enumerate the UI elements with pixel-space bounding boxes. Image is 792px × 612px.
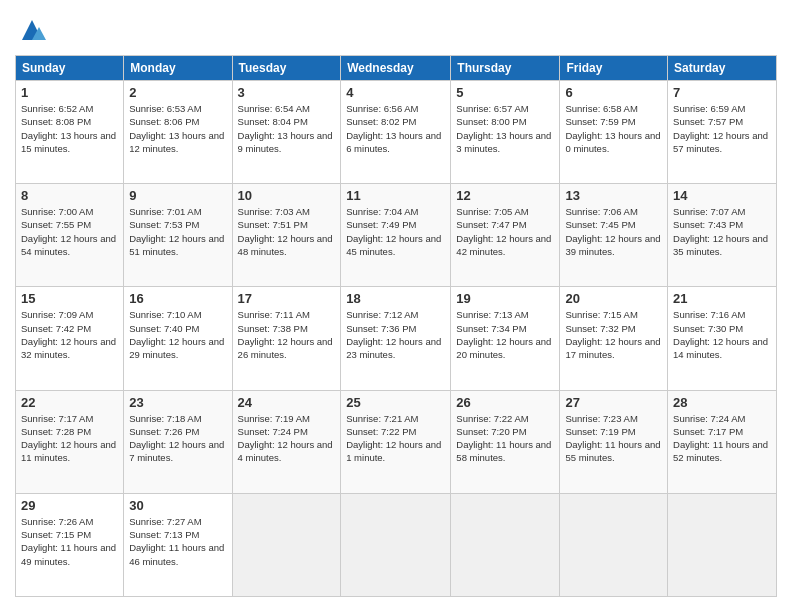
day-number: 7	[673, 85, 771, 100]
calendar-cell: 3 Sunrise: 6:54 AMSunset: 8:04 PMDayligh…	[232, 81, 341, 184]
day-info: Sunrise: 7:27 AMSunset: 7:13 PMDaylight:…	[129, 515, 226, 568]
calendar-cell: 17 Sunrise: 7:11 AMSunset: 7:38 PMDaylig…	[232, 287, 341, 390]
calendar-cell: 27 Sunrise: 7:23 AMSunset: 7:19 PMDaylig…	[560, 390, 668, 493]
day-info: Sunrise: 7:17 AMSunset: 7:28 PMDaylight:…	[21, 412, 118, 465]
calendar-week-row: 8 Sunrise: 7:00 AMSunset: 7:55 PMDayligh…	[16, 184, 777, 287]
day-info: Sunrise: 7:21 AMSunset: 7:22 PMDaylight:…	[346, 412, 445, 465]
logo-icon	[17, 15, 47, 45]
day-number: 18	[346, 291, 445, 306]
day-number: 13	[565, 188, 662, 203]
day-number: 19	[456, 291, 554, 306]
calendar-cell: 28 Sunrise: 7:24 AMSunset: 7:17 PMDaylig…	[668, 390, 777, 493]
calendar-cell: 20 Sunrise: 7:15 AMSunset: 7:32 PMDaylig…	[560, 287, 668, 390]
calendar-cell: 30 Sunrise: 7:27 AMSunset: 7:13 PMDaylig…	[124, 493, 232, 596]
calendar-cell: 21 Sunrise: 7:16 AMSunset: 7:30 PMDaylig…	[668, 287, 777, 390]
day-info: Sunrise: 7:06 AMSunset: 7:45 PMDaylight:…	[565, 205, 662, 258]
calendar-cell: 5 Sunrise: 6:57 AMSunset: 8:00 PMDayligh…	[451, 81, 560, 184]
calendar-cell: 16 Sunrise: 7:10 AMSunset: 7:40 PMDaylig…	[124, 287, 232, 390]
day-number: 17	[238, 291, 336, 306]
day-number: 4	[346, 85, 445, 100]
day-info: Sunrise: 7:10 AMSunset: 7:40 PMDaylight:…	[129, 308, 226, 361]
day-number: 15	[21, 291, 118, 306]
calendar-cell: 25 Sunrise: 7:21 AMSunset: 7:22 PMDaylig…	[341, 390, 451, 493]
day-info: Sunrise: 7:13 AMSunset: 7:34 PMDaylight:…	[456, 308, 554, 361]
day-info: Sunrise: 7:26 AMSunset: 7:15 PMDaylight:…	[21, 515, 118, 568]
day-number: 14	[673, 188, 771, 203]
calendar-cell: 22 Sunrise: 7:17 AMSunset: 7:28 PMDaylig…	[16, 390, 124, 493]
day-number: 16	[129, 291, 226, 306]
calendar-cell: 7 Sunrise: 6:59 AMSunset: 7:57 PMDayligh…	[668, 81, 777, 184]
calendar-cell: 8 Sunrise: 7:00 AMSunset: 7:55 PMDayligh…	[16, 184, 124, 287]
day-info: Sunrise: 7:12 AMSunset: 7:36 PMDaylight:…	[346, 308, 445, 361]
calendar-cell: 13 Sunrise: 7:06 AMSunset: 7:45 PMDaylig…	[560, 184, 668, 287]
calendar-cell: 10 Sunrise: 7:03 AMSunset: 7:51 PMDaylig…	[232, 184, 341, 287]
day-info: Sunrise: 7:09 AMSunset: 7:42 PMDaylight:…	[21, 308, 118, 361]
day-info: Sunrise: 6:58 AMSunset: 7:59 PMDaylight:…	[565, 102, 662, 155]
logo	[15, 15, 47, 45]
calendar-cell	[232, 493, 341, 596]
day-number: 20	[565, 291, 662, 306]
day-number: 3	[238, 85, 336, 100]
day-number: 11	[346, 188, 445, 203]
day-number: 29	[21, 498, 118, 513]
calendar-cell: 12 Sunrise: 7:05 AMSunset: 7:47 PMDaylig…	[451, 184, 560, 287]
day-header: Sunday	[16, 56, 124, 81]
day-number: 28	[673, 395, 771, 410]
day-info: Sunrise: 7:22 AMSunset: 7:20 PMDaylight:…	[456, 412, 554, 465]
day-number: 10	[238, 188, 336, 203]
day-info: Sunrise: 7:15 AMSunset: 7:32 PMDaylight:…	[565, 308, 662, 361]
calendar-header-row: SundayMondayTuesdayWednesdayThursdayFrid…	[16, 56, 777, 81]
calendar-cell: 14 Sunrise: 7:07 AMSunset: 7:43 PMDaylig…	[668, 184, 777, 287]
day-number: 8	[21, 188, 118, 203]
day-header: Wednesday	[341, 56, 451, 81]
calendar-cell: 6 Sunrise: 6:58 AMSunset: 7:59 PMDayligh…	[560, 81, 668, 184]
calendar-cell: 15 Sunrise: 7:09 AMSunset: 7:42 PMDaylig…	[16, 287, 124, 390]
day-info: Sunrise: 7:01 AMSunset: 7:53 PMDaylight:…	[129, 205, 226, 258]
calendar-cell	[451, 493, 560, 596]
calendar-cell	[668, 493, 777, 596]
day-info: Sunrise: 7:24 AMSunset: 7:17 PMDaylight:…	[673, 412, 771, 465]
day-number: 9	[129, 188, 226, 203]
page: SundayMondayTuesdayWednesdayThursdayFrid…	[0, 0, 792, 612]
day-number: 30	[129, 498, 226, 513]
day-header: Monday	[124, 56, 232, 81]
day-info: Sunrise: 7:19 AMSunset: 7:24 PMDaylight:…	[238, 412, 336, 465]
calendar: SundayMondayTuesdayWednesdayThursdayFrid…	[15, 55, 777, 597]
day-info: Sunrise: 6:56 AMSunset: 8:02 PMDaylight:…	[346, 102, 445, 155]
calendar-cell: 9 Sunrise: 7:01 AMSunset: 7:53 PMDayligh…	[124, 184, 232, 287]
day-number: 27	[565, 395, 662, 410]
calendar-cell	[560, 493, 668, 596]
calendar-cell: 18 Sunrise: 7:12 AMSunset: 7:36 PMDaylig…	[341, 287, 451, 390]
calendar-cell: 19 Sunrise: 7:13 AMSunset: 7:34 PMDaylig…	[451, 287, 560, 390]
calendar-week-row: 22 Sunrise: 7:17 AMSunset: 7:28 PMDaylig…	[16, 390, 777, 493]
day-info: Sunrise: 6:52 AMSunset: 8:08 PMDaylight:…	[21, 102, 118, 155]
day-header: Friday	[560, 56, 668, 81]
day-number: 25	[346, 395, 445, 410]
calendar-cell: 24 Sunrise: 7:19 AMSunset: 7:24 PMDaylig…	[232, 390, 341, 493]
day-number: 22	[21, 395, 118, 410]
day-header: Thursday	[451, 56, 560, 81]
calendar-cell: 4 Sunrise: 6:56 AMSunset: 8:02 PMDayligh…	[341, 81, 451, 184]
day-header: Saturday	[668, 56, 777, 81]
calendar-week-row: 29 Sunrise: 7:26 AMSunset: 7:15 PMDaylig…	[16, 493, 777, 596]
calendar-cell	[341, 493, 451, 596]
calendar-cell: 2 Sunrise: 6:53 AMSunset: 8:06 PMDayligh…	[124, 81, 232, 184]
day-info: Sunrise: 7:05 AMSunset: 7:47 PMDaylight:…	[456, 205, 554, 258]
day-number: 1	[21, 85, 118, 100]
day-header: Tuesday	[232, 56, 341, 81]
day-number: 6	[565, 85, 662, 100]
day-number: 5	[456, 85, 554, 100]
header	[15, 15, 777, 45]
day-info: Sunrise: 7:23 AMSunset: 7:19 PMDaylight:…	[565, 412, 662, 465]
day-info: Sunrise: 7:04 AMSunset: 7:49 PMDaylight:…	[346, 205, 445, 258]
day-number: 26	[456, 395, 554, 410]
day-info: Sunrise: 6:59 AMSunset: 7:57 PMDaylight:…	[673, 102, 771, 155]
day-info: Sunrise: 7:07 AMSunset: 7:43 PMDaylight:…	[673, 205, 771, 258]
calendar-week-row: 15 Sunrise: 7:09 AMSunset: 7:42 PMDaylig…	[16, 287, 777, 390]
day-number: 21	[673, 291, 771, 306]
calendar-cell: 11 Sunrise: 7:04 AMSunset: 7:49 PMDaylig…	[341, 184, 451, 287]
day-number: 23	[129, 395, 226, 410]
day-info: Sunrise: 6:53 AMSunset: 8:06 PMDaylight:…	[129, 102, 226, 155]
calendar-cell: 29 Sunrise: 7:26 AMSunset: 7:15 PMDaylig…	[16, 493, 124, 596]
day-info: Sunrise: 7:16 AMSunset: 7:30 PMDaylight:…	[673, 308, 771, 361]
